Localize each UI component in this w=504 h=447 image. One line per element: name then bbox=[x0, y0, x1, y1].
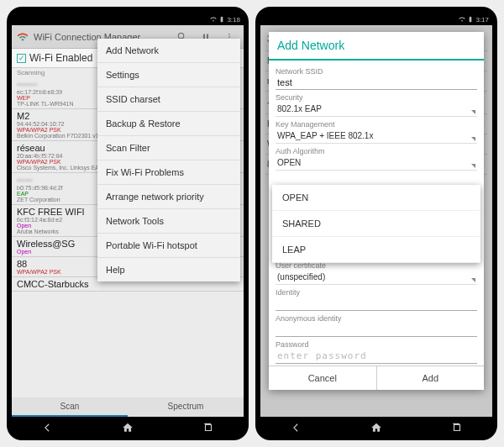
ssid-input[interactable]: test bbox=[276, 76, 477, 90]
auth-dropdown: OPENSHAREDLEAP bbox=[272, 185, 480, 263]
ssid-label: Network SSID bbox=[276, 67, 477, 76]
recent-icon[interactable] bbox=[451, 422, 463, 434]
security-label: Security bbox=[276, 93, 477, 102]
identity-input[interactable] bbox=[276, 297, 477, 311]
nav-bar bbox=[255, 420, 497, 435]
menu-item[interactable]: Add Network bbox=[97, 39, 240, 63]
menu-item[interactable]: Arrange network priority bbox=[97, 185, 240, 209]
menu-item[interactable]: Backup & Restore bbox=[97, 112, 240, 136]
recent-icon[interactable] bbox=[202, 422, 214, 434]
overflow-menu: Add NetworkSettingsSSID charsetBackup & … bbox=[97, 39, 240, 281]
keymgmt-label: Key Management bbox=[276, 120, 477, 129]
home-icon[interactable] bbox=[370, 422, 382, 434]
dialog-body: Network SSID test Security 802.1x EAP Ke… bbox=[269, 60, 484, 365]
app-wifi-icon bbox=[17, 31, 29, 43]
anon-identity-label: Anonymous identity bbox=[276, 314, 477, 323]
dropdown-option[interactable]: LEAP bbox=[272, 237, 480, 263]
add-button[interactable]: Add bbox=[377, 366, 485, 390]
identity-label: Identity bbox=[276, 288, 477, 297]
menu-item[interactable]: Scan Filter bbox=[97, 136, 240, 160]
dropdown-option[interactable]: OPEN bbox=[272, 185, 480, 211]
menu-item[interactable]: Fix Wi-Fi Problems bbox=[97, 160, 240, 185]
wifi-status-icon bbox=[210, 16, 217, 23]
menu-item[interactable]: Help bbox=[97, 258, 240, 281]
back-icon[interactable] bbox=[41, 422, 53, 434]
auth-label: Auth Algorithm bbox=[276, 147, 477, 155]
keymgmt-spinner[interactable]: WPA_EAP + IEEE 802.1x bbox=[276, 129, 477, 144]
screen-left: 3:18 WiFi Connection Manager Wi-Fi Enabl… bbox=[12, 13, 244, 417]
dropdown-option[interactable]: SHARED bbox=[272, 211, 480, 237]
phone-left: 3:18 WiFi Connection Manager Wi-Fi Enabl… bbox=[7, 7, 249, 440]
dialog-title: Add Network bbox=[269, 32, 484, 60]
menu-item[interactable]: Network Tools bbox=[97, 209, 240, 234]
menu-item[interactable]: Settings bbox=[97, 63, 240, 87]
tab-bar: Scan Spectrum bbox=[12, 397, 244, 417]
status-time: 3:17 bbox=[475, 16, 489, 24]
add-network-dialog: Add Network Network SSID test Security 8… bbox=[269, 32, 484, 390]
battery-icon bbox=[218, 16, 225, 23]
tab-spectrum[interactable]: Spectrum bbox=[128, 397, 244, 417]
auth-spinner[interactable]: OPEN bbox=[276, 155, 477, 171]
security-spinner[interactable]: 802.1x EAP bbox=[276, 102, 477, 117]
status-time: 3:18 bbox=[227, 16, 240, 24]
status-bar: 3:18 bbox=[12, 13, 244, 25]
menu-item[interactable]: SSID charset bbox=[97, 87, 240, 112]
home-icon[interactable] bbox=[122, 422, 134, 434]
nav-bar bbox=[7, 420, 249, 435]
tab-scan[interactable]: Scan bbox=[12, 397, 128, 417]
menu-item[interactable]: Portable Wi-Fi hotspot bbox=[97, 234, 240, 258]
status-bar: 3:17 bbox=[260, 13, 492, 25]
usercert-spinner[interactable]: (unspecified) bbox=[276, 270, 477, 285]
phone-right: 3:17 3楼M2réseau小明KFCWire88 Add Network N… bbox=[255, 7, 497, 440]
anon-identity-input[interactable] bbox=[276, 323, 477, 337]
wifi-status-icon bbox=[459, 16, 465, 23]
cancel-button[interactable]: Cancel bbox=[269, 366, 377, 390]
wifi-enabled-label: Wi-Fi Enabled bbox=[29, 52, 92, 64]
wifi-enabled-checkbox[interactable] bbox=[17, 54, 26, 63]
password-label: Password bbox=[276, 340, 477, 349]
password-input[interactable]: enter password bbox=[276, 349, 477, 364]
battery-icon bbox=[467, 16, 474, 23]
dialog-buttons: Cancel Add bbox=[269, 365, 484, 390]
back-icon[interactable] bbox=[290, 422, 302, 434]
screen-right: 3:17 3楼M2réseau小明KFCWire88 Add Network N… bbox=[260, 13, 492, 417]
